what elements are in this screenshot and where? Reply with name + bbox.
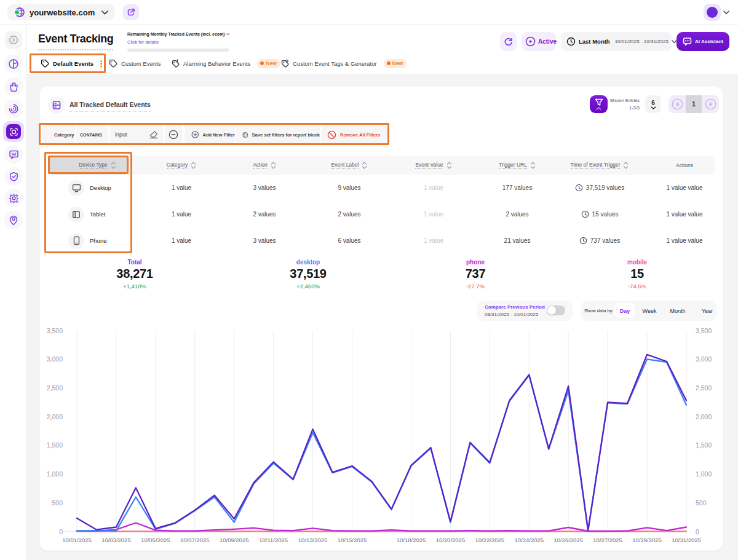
- column-header-time-of-event-trigger[interactable]: Time of Event Trigger: [547, 156, 652, 175]
- eraser-icon[interactable]: [149, 130, 159, 139]
- filter-field[interactable]: Category: [42, 125, 75, 144]
- avatar[interactable]: [704, 4, 721, 21]
- granularity-day[interactable]: Day: [614, 303, 635, 318]
- save-filters-button[interactable]: Save set filters for report block: [236, 125, 320, 144]
- column-header-actions[interactable]: Actions: [648, 156, 721, 175]
- cell: 3 values: [228, 175, 301, 201]
- analytics-icon: [4, 55, 23, 73]
- play-icon: [525, 36, 536, 47]
- clock-icon: [581, 210, 589, 218]
- tab-default-events[interactable]: Default Events: [41, 54, 93, 73]
- granularity-week[interactable]: Week: [639, 301, 660, 321]
- x-axis-label: 10/05/2025: [141, 537, 170, 543]
- column-header-event-value[interactable]: Event Value: [397, 156, 470, 175]
- y-axis-label-left: 2,500: [47, 384, 63, 392]
- filter-value[interactable]: input: [109, 125, 164, 144]
- compare-toggle[interactable]: [547, 306, 565, 315]
- cell: 6 values: [312, 227, 386, 254]
- event-tracking-icon: [6, 124, 21, 139]
- sort-icon: [530, 162, 536, 169]
- table-row-desktop[interactable]: Desktop1 value3 values9 values1 value177…: [49, 175, 715, 201]
- cell-value: 2 values: [253, 211, 276, 218]
- new-badge-label: New: [266, 60, 276, 66]
- y-axis-label-left: 2,000: [47, 413, 63, 420]
- y-axis-label-right: 0: [696, 528, 699, 535]
- sidebar-item-analytics[interactable]: [0, 53, 27, 74]
- orange-dot-icon: [387, 61, 391, 65]
- sidebar-item-recordings[interactable]: [0, 98, 27, 119]
- external-link-icon: [127, 8, 135, 17]
- sidebar-item-feedback[interactable]: [0, 144, 27, 165]
- column-header-event-label[interactable]: Event Label: [312, 156, 386, 175]
- column-header-device-type[interactable]: Device Type: [57, 156, 138, 175]
- remove-all-filters-button[interactable]: Remove All Filters: [321, 125, 387, 144]
- tabs-bar: Default Events ⋮ Custom Events Alarming …: [27, 54, 738, 73]
- tablet-icon: [68, 207, 84, 223]
- summary-change: +2,460%: [240, 283, 376, 290]
- table-row-phone[interactable]: Phone1 value3 values6 values1 value21 va…: [49, 227, 715, 254]
- alarm-tag-icon: [171, 59, 180, 68]
- chat-icon: [683, 37, 692, 46]
- usage-details-link[interactable]: Click for details: [127, 39, 241, 45]
- column-header-action[interactable]: Action: [228, 156, 301, 175]
- granularity-year[interactable]: Year: [697, 301, 718, 321]
- site-logo-icon: [14, 7, 25, 18]
- x-axis-label: 10/18/2025: [397, 537, 426, 543]
- cell-value: 737 values: [590, 237, 620, 244]
- filter-value-text: input: [115, 132, 149, 138]
- column-label: Event Label: [331, 162, 359, 169]
- page-size-select[interactable]: 6: [645, 95, 661, 113]
- refresh-button[interactable]: [500, 32, 517, 51]
- current-page[interactable]: 1: [686, 95, 702, 113]
- sidebar-item-settings[interactable]: [0, 187, 27, 208]
- device-name: Desktop: [90, 184, 111, 191]
- summary-label: desktop: [240, 259, 376, 266]
- tab-options-kebab[interactable]: ⋮: [97, 54, 105, 73]
- tab-generator-label: Custom Event Tags & Generator: [293, 60, 377, 67]
- site-selector[interactable]: yourwebsite.com: [7, 4, 114, 20]
- minus-circle-icon: [169, 130, 178, 140]
- visitors-icon: [4, 211, 23, 229]
- tracking-status-button[interactable]: Active: [522, 32, 556, 51]
- sidebar-item-collapse-sidebar[interactable]: [0, 30, 27, 50]
- tab-custom-events-label: Custom Events: [121, 60, 161, 67]
- open-site-button[interactable]: [123, 4, 139, 20]
- next-page-button[interactable]: [702, 98, 719, 110]
- x-axis-label: 10/01/2025: [62, 537, 92, 543]
- cell-value: 1 value: [424, 184, 443, 191]
- ai-assistant-button[interactable]: AI Assistant: [676, 32, 729, 51]
- show-data-by-label: Show data by:: [584, 308, 614, 314]
- table-row-tablet[interactable]: Tablet1 value2 values2 values1 value2 va…: [49, 201, 715, 227]
- granularity-month[interactable]: Month: [667, 301, 688, 321]
- cell-value: 1 value value: [667, 211, 703, 218]
- tab-custom-event-tags-generator[interactable]: Custom Event Tags & Generator New: [280, 54, 407, 73]
- x-axis-label: 10/03/2025: [101, 537, 131, 543]
- block-icon: [327, 130, 336, 140]
- sidebar-item-ecommerce[interactable]: [0, 76, 27, 97]
- tab-custom-events[interactable]: Custom Events: [109, 54, 161, 73]
- tab-alarming-behavior-events[interactable]: Alarming Behavior Events New: [171, 54, 280, 73]
- sort-icon: [623, 162, 629, 169]
- sidebar-item-privacy[interactable]: [0, 166, 27, 187]
- remove-filter-button[interactable]: [165, 125, 182, 144]
- sidebar: [0, 25, 27, 560]
- column-label: Time of Event Trigger: [571, 162, 621, 169]
- avatar-chevron-down-icon[interactable]: [723, 10, 729, 15]
- period-label: Last Month: [579, 38, 610, 45]
- clock-icon: [575, 184, 583, 192]
- add-new-filter-button[interactable]: Add New Filter: [184, 125, 235, 144]
- date-range-picker[interactable]: Last Month 10/01/2025 - 10/31/2025: [561, 32, 672, 51]
- sidebar-item-event-tracking[interactable]: [0, 121, 27, 142]
- sidebar-item-visitors[interactable]: [0, 210, 27, 231]
- x-axis-label: 10/27/2025: [593, 537, 622, 543]
- previous-page-button[interactable]: [669, 98, 686, 110]
- filter-operator[interactable]: CONTAINS: [76, 125, 108, 144]
- column-label: Action: [253, 162, 268, 169]
- topbar: yourwebsite.com: [0, 0, 738, 25]
- sort-icon: [446, 162, 452, 169]
- device-name: Tablet: [90, 211, 105, 218]
- sort-icon: [191, 162, 196, 169]
- ai-assistant-label: AI Assistant: [695, 39, 723, 44]
- column-header-category[interactable]: Category: [145, 156, 218, 175]
- usage-title: Remaining Monthly Tracked Events (incl. …: [127, 31, 241, 37]
